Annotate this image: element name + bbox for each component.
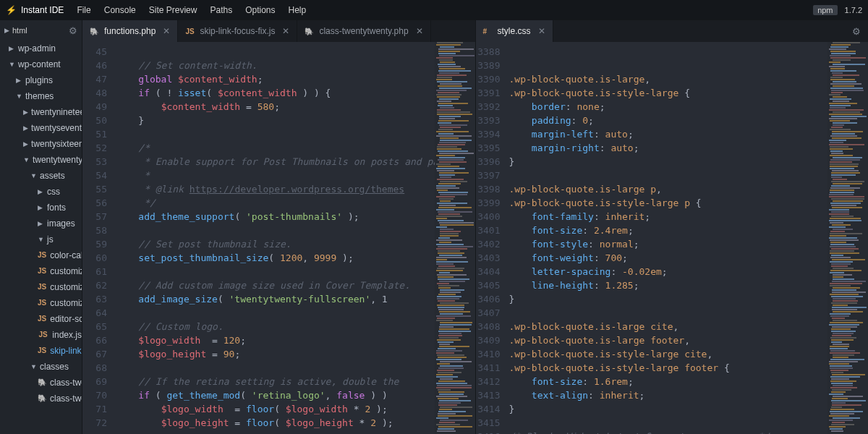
tree-folder-classes[interactable]: classes: [0, 359, 82, 375]
folder-label: plugins: [25, 72, 53, 88]
js-icon: JS: [38, 343, 46, 359]
close-icon[interactable]: ✕: [538, 26, 545, 36]
chevron-right-icon: [16, 72, 22, 88]
filetype-icon: #: [483, 27, 493, 35]
tab-class-twentytwenty-php[interactable]: 🐘class-twentytwenty.php✕: [297, 20, 430, 42]
tree-folder-twentyseventeen[interactable]: twentyseventeen: [0, 120, 82, 136]
tab-skip-link-focus-fix-js[interactable]: JSskip-link-focus-fix.js✕: [178, 20, 297, 42]
npm-badge[interactable]: npm: [813, 5, 837, 15]
js-icon: JS: [38, 295, 46, 311]
tree-file-customize-controls.js[interactable]: JScustomize-controls.js: [0, 263, 82, 279]
js-icon: JS: [38, 247, 46, 263]
tab-label: skip-link-focus-fix.js: [200, 26, 275, 36]
tree-folder-twentytwenty[interactable]: twentytwenty: [0, 152, 82, 168]
file-label: class-twentytwenty-customize.php: [50, 375, 82, 391]
tab-bar: #style.css✕⚙: [476, 20, 869, 42]
file-label: customize-preview.js: [50, 279, 82, 295]
tree-folder-twentynineteen[interactable]: twentynineteen: [0, 104, 82, 120]
chevron-down-icon: [23, 152, 30, 168]
menu-bar: ⚡ Instant IDE FileConsoleSite PreviewPat…: [0, 0, 868, 20]
gear-icon[interactable]: ⚙: [852, 26, 861, 37]
tree-file-index.js[interactable]: JSindex.js: [0, 327, 82, 343]
file-tree-sidebar: ▶ html ⚙ wp-adminwp-contentpluginsthemes…: [0, 20, 82, 434]
tree-folder-fonts[interactable]: fonts: [0, 200, 82, 216]
php-icon: 🐘: [38, 375, 46, 391]
sidebar-root-label[interactable]: html: [12, 26, 69, 35]
tree-folder-wp-admin[interactable]: wp-admin: [0, 41, 82, 56]
chevron-down-icon: [30, 168, 37, 184]
js-icon: JS: [38, 327, 48, 343]
folder-label: twentyseventeen: [31, 120, 82, 136]
chevron-down-icon: [16, 88, 22, 104]
tab-functions-php[interactable]: 🐘functions.php✕: [82, 20, 178, 42]
tree-file-editor-script-block.js[interactable]: JSeditor-script-block.js: [0, 311, 82, 327]
tree-folder-wp-content[interactable]: wp-content: [0, 56, 82, 72]
minimap[interactable]: [827, 42, 868, 434]
editor-pane-1: #style.css✕⚙3388338933903391339233933394…: [475, 20, 869, 434]
tree-file-color-calculations.js[interactable]: JScolor-calculations.js: [0, 247, 82, 263]
chevron-right-icon: [9, 41, 15, 56]
app-title: Instant IDE: [21, 5, 64, 15]
file-label: color-calculations.js: [50, 247, 82, 263]
filetype-icon: 🐘: [305, 27, 315, 35]
chevron-down-icon: [38, 231, 44, 247]
tab-label: class-twentytwenty.php: [319, 26, 408, 36]
tab-bar: 🐘functions.php✕JSskip-link-focus-fix.js✕…: [82, 20, 475, 42]
folder-label: twentysixteen: [31, 136, 82, 152]
close-icon[interactable]: ✕: [282, 26, 289, 36]
chevron-right-icon: [23, 104, 28, 120]
tree-folder-js[interactable]: js: [0, 231, 82, 247]
folder-label: twentynineteen: [31, 104, 82, 120]
menu-site-preview[interactable]: Site Preview: [149, 5, 197, 15]
tree-folder-images[interactable]: images: [0, 216, 82, 231]
file-label: skip-link-focus-fix.js: [50, 343, 82, 359]
minimap[interactable]: [435, 42, 475, 434]
filetype-icon: 🐘: [90, 27, 100, 35]
tree-file-customize-preview.js[interactable]: JScustomize-preview.js: [0, 279, 82, 295]
menu-file[interactable]: File: [77, 5, 90, 15]
file-label: index.js: [52, 327, 82, 343]
line-gutter: 3388338933903391339233933394339533963397…: [476, 42, 509, 434]
menu-options[interactable]: Options: [245, 5, 275, 15]
close-icon[interactable]: ✕: [416, 26, 423, 36]
js-icon: JS: [38, 263, 46, 279]
tree-file-class-twentytwenty-non-latin.php[interactable]: 🐘class-twentytwenty-non-latin.php: [0, 391, 82, 407]
tree-file-customize.js[interactable]: JScustomize.js: [0, 295, 82, 311]
js-icon: JS: [38, 279, 46, 295]
folder-label: classes: [40, 359, 69, 375]
code-editor[interactable]: 4546474849505152535455565758596061626364…: [82, 42, 475, 434]
file-label: customize.js: [50, 295, 82, 311]
tree-file-skip-link-focus-fix.js[interactable]: JSskip-link-focus-fix.js: [0, 343, 82, 359]
editor-pane-0: 🐘functions.php✕JSskip-link-focus-fix.js✕…: [82, 20, 475, 434]
code-lines[interactable]: .wp-block-quote.is-large,.wp-block-quote…: [509, 42, 828, 434]
folder-label: wp-admin: [18, 41, 56, 56]
file-label: class-twentytwenty-non-latin.php: [50, 391, 82, 407]
code-editor[interactable]: 3388338933903391339233933394339533963397…: [476, 42, 869, 434]
chevron-right-icon: [38, 184, 44, 200]
gear-icon[interactable]: ⚙: [69, 25, 77, 36]
menu-help[interactable]: Help: [289, 5, 307, 15]
filetype-icon: JS: [185, 27, 195, 35]
tree-folder-assets[interactable]: assets: [0, 168, 82, 184]
php-icon: 🐘: [38, 391, 46, 407]
close-icon[interactable]: ✕: [163, 26, 170, 36]
folder-label: themes: [25, 88, 54, 104]
tree-folder-css[interactable]: css: [0, 184, 82, 200]
tab-label: style.css: [498, 26, 531, 36]
folder-label: css: [47, 184, 60, 200]
folder-label: wp-content: [18, 56, 61, 72]
folder-label: assets: [40, 168, 65, 184]
caret-icon[interactable]: ▶: [4, 27, 9, 34]
tree-folder-twentysixteen[interactable]: twentysixteen: [0, 136, 82, 152]
tree-file-class-twentytwenty-customize.php[interactable]: 🐘class-twentytwenty-customize.php: [0, 375, 82, 391]
code-lines[interactable]: // Set content-width. global $content_wi…: [116, 42, 435, 434]
chevron-right-icon: [23, 120, 28, 136]
folder-label: fonts: [47, 200, 66, 216]
tab-style-css[interactable]: #style.css✕: [476, 20, 553, 42]
menu-console[interactable]: Console: [104, 5, 136, 15]
menu-paths[interactable]: Paths: [210, 5, 232, 15]
chevron-right-icon: [38, 216, 44, 231]
tree-folder-themes[interactable]: themes: [0, 88, 82, 104]
chevron-down-icon: [9, 56, 15, 72]
tree-folder-plugins[interactable]: plugins: [0, 72, 82, 88]
